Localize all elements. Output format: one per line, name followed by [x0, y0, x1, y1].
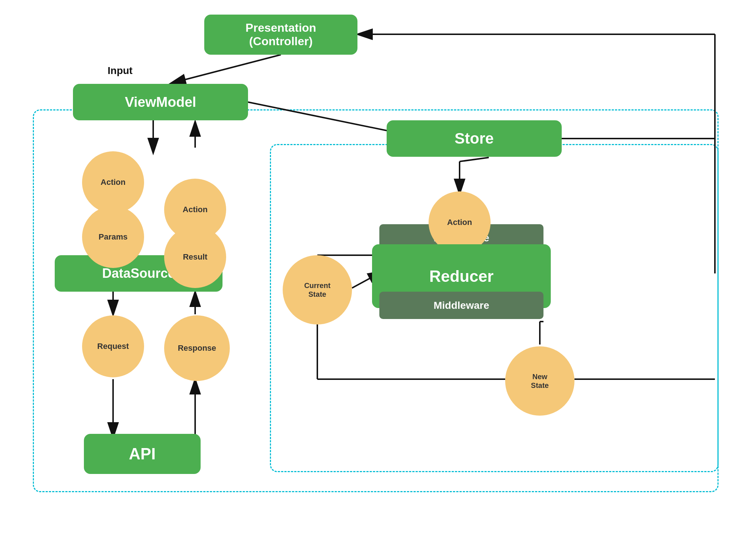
new-state-label: NewState	[531, 372, 549, 390]
action-circle-2-label: Action	[183, 205, 208, 214]
response-circle-label: Response	[178, 343, 216, 353]
viewmodel-box: ViewModel	[73, 84, 248, 120]
current-state-label: CurrentState	[304, 281, 330, 299]
middleware-bottom-label: Middleware	[434, 300, 489, 311]
params-circle-label: Params	[98, 232, 128, 242]
result-circle: Result	[164, 226, 226, 288]
middleware-bottom-box: Middleware	[379, 292, 543, 319]
presentation-box: Presentation(Controller)	[204, 15, 357, 55]
diagram-container: Input Presentation(Controller) ViewModel…	[0, 0, 747, 560]
viewmodel-label: ViewModel	[125, 94, 196, 110]
current-state-circle: CurrentState	[283, 255, 352, 324]
response-circle: Response	[164, 315, 230, 381]
api-label: API	[129, 445, 155, 463]
action-store-circle-label: Action	[447, 218, 472, 227]
datasource-label: DataSource	[102, 266, 175, 281]
api-box: API	[84, 434, 201, 474]
result-circle-label: Result	[183, 252, 207, 262]
presentation-label: Presentation(Controller)	[245, 21, 316, 48]
request-circle: Request	[82, 315, 144, 377]
new-state-circle: NewState	[505, 346, 574, 416]
reducer-label: Reducer	[429, 267, 494, 285]
svg-line-2	[171, 55, 281, 83]
params-circle: Params	[82, 206, 144, 268]
store-label: Store	[454, 130, 494, 147]
store-box: Store	[387, 120, 562, 157]
request-circle-label: Request	[97, 342, 129, 351]
input-label: Input	[108, 65, 132, 77]
action-circle-1-label: Action	[101, 178, 125, 187]
action-circle-1: Action	[82, 151, 144, 213]
